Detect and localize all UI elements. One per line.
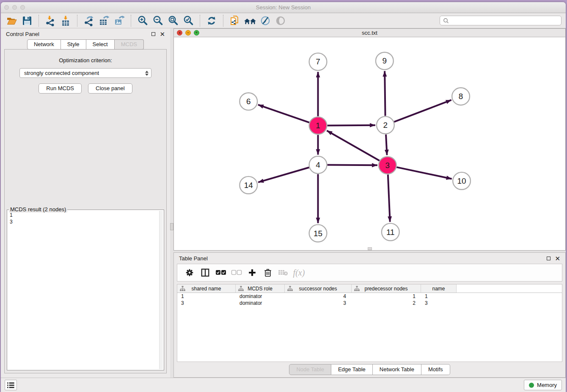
zoom-fit-button[interactable] — [166, 14, 180, 27]
export-image-button[interactable] — [113, 14, 126, 27]
memory-button[interactable]: Memory — [524, 380, 562, 390]
run-mcds-button[interactable]: Run MCDS — [39, 83, 82, 94]
table-tab-network-table[interactable]: Network Table — [373, 364, 421, 375]
app-close-button[interactable] — [4, 5, 9, 10]
column-header-predecessor-nodes[interactable]: predecessor nodes — [352, 284, 421, 293]
app-zoom-button[interactable] — [20, 5, 25, 10]
graph-node-14[interactable]: 14 — [239, 177, 257, 194]
table-cell-predecessor-nodes[interactable]: 2 — [352, 300, 421, 306]
table-cell-successor-nodes[interactable]: 3 — [285, 300, 352, 306]
table-cell-predecessor-nodes[interactable]: 1 — [352, 293, 421, 300]
graph-edge-2-3[interactable] — [386, 135, 387, 155]
graph-edge-2-8[interactable] — [394, 100, 451, 122]
zoom-in-button[interactable] — [136, 14, 149, 27]
graph-edge-3-10[interactable] — [396, 167, 451, 179]
control-tab-network[interactable]: Network — [27, 39, 61, 50]
graph-edge-4-14[interactable] — [258, 167, 309, 182]
table-panel-float-button[interactable] — [547, 257, 550, 260]
column-header-mcds-role[interactable]: MCDS role — [236, 284, 285, 293]
import-table-button[interactable] — [59, 14, 72, 27]
network-minimize-button[interactable]: – — [185, 30, 191, 36]
column-header-name[interactable]: name — [421, 284, 457, 293]
graph-edge-3-11[interactable] — [388, 174, 390, 222]
graph-node-7[interactable]: 7 — [309, 53, 327, 70]
criterion-dropdown[interactable]: strongly connected component — [19, 68, 151, 78]
table-tab-motifs[interactable]: Motifs — [421, 364, 450, 375]
table-tab-edge-table[interactable]: Edge Table — [331, 364, 373, 375]
export-network-button[interactable] — [82, 14, 96, 27]
graph-node-15[interactable]: 15 — [309, 225, 327, 242]
graph-edge-3-1[interactable] — [327, 130, 379, 160]
control-panel-tabs: NetworkStyleSelectMCDS — [1, 39, 170, 50]
graph-node-9[interactable]: 9 — [376, 52, 394, 69]
table-cell-mcds-role[interactable]: dominator — [236, 293, 285, 300]
graph-edge-1-6[interactable] — [258, 105, 309, 122]
graph-edge-1-2[interactable] — [327, 125, 375, 126]
column-header-shared-name[interactable]: shared name — [177, 284, 236, 293]
control-tab-select[interactable]: Select — [86, 39, 115, 50]
graph-node-6[interactable]: 6 — [239, 93, 257, 110]
table-panel-close-button[interactable]: ✕ — [555, 255, 560, 262]
graph-node-10[interactable]: 10 — [453, 172, 471, 190]
graph-edge-2-9[interactable] — [385, 71, 385, 116]
table-cell-name[interactable]: 3 — [421, 300, 457, 306]
splitter-grip[interactable] — [170, 223, 173, 230]
column-header-label: MCDS role — [248, 286, 272, 292]
graph-edge-4-3[interactable] — [327, 165, 377, 166]
zoom-out-button[interactable] — [151, 14, 165, 27]
close-panel-button[interactable]: Close panel — [88, 83, 132, 94]
search-box[interactable] — [440, 16, 561, 25]
delete-column-button[interactable] — [260, 265, 275, 280]
control-panel-close-button[interactable]: ✕ — [160, 31, 165, 37]
table-cell-name[interactable]: 1 — [421, 293, 457, 300]
select-all-columns-button[interactable] — [213, 265, 228, 280]
toggle-visibility-button[interactable] — [274, 14, 287, 27]
control-tab-style[interactable]: Style — [61, 39, 86, 50]
graph-node-3[interactable]: 3 — [379, 157, 396, 174]
show-all-networks-button[interactable] — [243, 14, 257, 27]
clone-network-button[interactable] — [228, 14, 242, 27]
toggle-style-button[interactable] — [259, 14, 272, 27]
toolbar-separator — [200, 15, 200, 27]
mcds-result-list[interactable]: 13 — [10, 212, 159, 369]
mcds-result-scrollbar[interactable] — [159, 211, 163, 369]
add-column-button[interactable] — [244, 265, 260, 280]
graph-node-11[interactable]: 11 — [382, 224, 399, 241]
search-input[interactable] — [451, 18, 558, 24]
task-history-button[interactable] — [5, 380, 17, 390]
graph-node-2[interactable]: 2 — [377, 116, 394, 134]
column-layout-button[interactable] — [197, 265, 213, 280]
control-tab-mcds[interactable]: MCDS — [115, 39, 144, 50]
canvas-splitter-grip[interactable] — [368, 247, 372, 250]
export-table-button[interactable] — [97, 14, 111, 27]
control-panel-float-button[interactable] — [151, 32, 155, 36]
table-row[interactable]: 3dominator323 — [177, 300, 562, 306]
graph-node-8[interactable]: 8 — [452, 88, 470, 105]
toolbar-separator — [223, 15, 223, 27]
table-settings-button[interactable] — [182, 265, 197, 280]
function-builder-button[interactable]: f(x) — [291, 265, 307, 280]
graph-node-1[interactable]: 1 — [309, 117, 327, 134]
deselect-all-columns-button[interactable] — [228, 265, 244, 280]
import-network-button[interactable] — [44, 14, 57, 27]
table-cell-shared-name[interactable]: 3 — [177, 300, 236, 306]
refresh-network-button[interactable] — [205, 14, 218, 27]
network-close-button[interactable]: x — [177, 30, 182, 36]
graph-node-4[interactable]: 4 — [309, 156, 327, 174]
network-graph[interactable]: 1 2 3 4 6 7 8 9 10 11 14 15 — [174, 37, 565, 250]
open-session-button[interactable] — [5, 14, 19, 27]
table-cell-shared-name[interactable]: 1 — [177, 293, 236, 300]
app-minimize-button[interactable] — [12, 5, 17, 10]
column-header-successor-nodes[interactable]: successor nodes — [285, 284, 352, 293]
network-maximize-button[interactable]: + — [194, 30, 199, 36]
network-canvas[interactable]: 1 2 3 4 6 7 8 9 10 11 14 15 — [174, 37, 565, 250]
delete-table-button[interactable] — [275, 265, 291, 280]
table-row[interactable]: 1dominator411 — [177, 293, 562, 300]
mcds-result-item: 1 — [10, 212, 159, 218]
zoom-selected-button[interactable] — [182, 14, 195, 27]
table-cell-successor-nodes[interactable]: 4 — [285, 293, 352, 300]
save-session-button[interactable] — [20, 14, 34, 27]
table-cell-mcds-role[interactable]: dominator — [236, 300, 285, 306]
table-tab-node-table[interactable]: Node Table — [289, 364, 331, 375]
panel-splitter[interactable] — [170, 28, 173, 378]
